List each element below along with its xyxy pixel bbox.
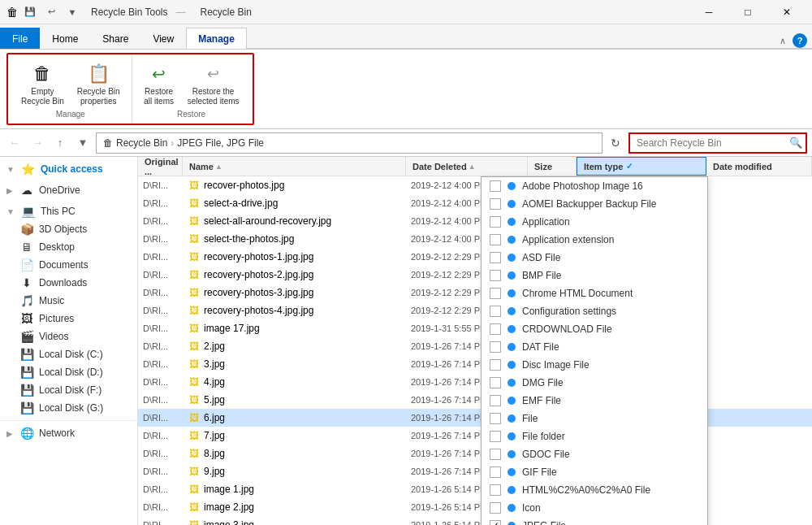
sidebar-item-videos[interactable]: 🎬 Videos: [0, 328, 137, 345]
tab-share[interactable]: Share: [90, 28, 140, 49]
dropdown-checkbox-dat-file[interactable]: [490, 341, 501, 353]
dropdown-checkbox-aomei-backup[interactable]: [490, 198, 501, 210]
dropdown-item-file[interactable]: File: [482, 410, 707, 427]
dropdown-checkbox-file-folder[interactable]: [490, 431, 501, 442]
table-row[interactable]: D\RI... 🖼 recovery-photos-3.jpg.jpg 2019…: [138, 284, 812, 302]
table-row[interactable]: D\RI... 🖼 7.jpg 2019-1-26 7:14 PM 30 KB …: [138, 427, 812, 445]
empty-recycle-bin-button[interactable]: 🗑 EmptyRecycle Bin: [16, 59, 69, 108]
sidebar-item-local-c[interactable]: 💾 Local Disk (C:): [0, 345, 137, 363]
dropdown-checkbox-icon[interactable]: [490, 502, 501, 514]
dropdown-item-dmg-file[interactable]: DMG File: [482, 374, 707, 392]
dropdown-checkbox-gdoc-file[interactable]: [490, 449, 501, 460]
table-row[interactable]: D\RI... 🖼 image 3.jpg 2019-1-26 5:14 PM …: [138, 516, 812, 525]
dropdown-checkbox-jpeg-file[interactable]: ✓: [490, 520, 501, 525]
dropdown-checkbox-application[interactable]: [490, 216, 501, 228]
col-header-modified[interactable]: Date modified: [706, 157, 812, 176]
sidebar-item-documents[interactable]: 📄 Documents: [0, 256, 137, 274]
dropdown-item-jpeg-file[interactable]: ✓ JPEG File: [482, 517, 707, 525]
table-row[interactable]: D\RI... 🖼 image 17.jpg 2019-1-31 5:55 PM…: [138, 319, 812, 337]
maximize-button[interactable]: □: [729, 0, 767, 24]
dropdown-checkbox-asd-file[interactable]: [490, 252, 501, 263]
table-row[interactable]: D\RI... 🖼 recovery-photos-2.jpg.jpg 2019…: [138, 266, 812, 284]
minimize-button[interactable]: ─: [690, 0, 728, 24]
table-row[interactable]: D\RI... 🖼 5.jpg 2019-1-26 7:14 PM 45 KB …: [138, 391, 812, 409]
tab-manage[interactable]: Manage: [186, 28, 247, 49]
dropdown-checkbox-file[interactable]: [490, 413, 501, 424]
table-row[interactable]: D\RI... 🖼 image 2.jpg 2019-1-26 5:14 PM …: [138, 498, 812, 516]
dropdown-checkbox-dmg-file[interactable]: [490, 377, 501, 388]
dropdown-checkbox-disc-image[interactable]: [490, 359, 501, 371]
dropdown-item-chrome-html[interactable]: Chrome HTML Document: [482, 284, 707, 302]
restore-selected-button[interactable]: ↩ Restore theselected items: [183, 59, 244, 108]
dropdown-item-icon[interactable]: Icon: [482, 499, 707, 517]
dropdown-checkbox-html-file[interactable]: [490, 484, 501, 496]
recent-button[interactable]: ▼: [73, 133, 93, 153]
table-row[interactable]: D\RI... 🖼 6.jpg 2019-1-26 7:14 PM 12 KB …: [138, 409, 812, 427]
dropdown-item-crdownload[interactable]: CRDOWNLOAD File: [482, 320, 707, 338]
sidebar-item-desktop[interactable]: 🖥 Desktop: [0, 238, 137, 256]
forward-button[interactable]: →: [28, 133, 47, 153]
dropdown-item-disc-image[interactable]: Disc Image File: [482, 356, 707, 374]
qa-undo-btn[interactable]: ↩: [42, 3, 60, 21]
sidebar-item-quick-access[interactable]: ▼ ⭐ Quick access: [0, 160, 137, 178]
sidebar-item-network[interactable]: ▶ 🌐 Network: [0, 424, 137, 442]
table-row[interactable]: D\RI... 🖼 recovery-photos-1.jpg.jpg 2019…: [138, 248, 812, 266]
sidebar-item-3d-objects[interactable]: 📦 3D Objects: [0, 220, 137, 238]
table-row[interactable]: D\RI... 🖼 9.jpg 2019-1-26 7:14 PM 46 KB …: [138, 462, 812, 480]
dropdown-checkbox-crdownload[interactable]: [490, 323, 501, 335]
sidebar-item-onedrive[interactable]: ▶ ☁ OneDrive: [0, 181, 137, 199]
table-row[interactable]: D\RI... 🖼 4.jpg 2019-1-26 7:14 PM 13 KB …: [138, 373, 812, 391]
dropdown-checkbox-adobe-photoshop[interactable]: [490, 180, 501, 192]
col-header-size[interactable]: Size: [528, 157, 577, 176]
dropdown-checkbox-config-settings[interactable]: [490, 306, 501, 317]
type-filter-dropdown[interactable]: Adobe Photoshop Image 16 AOMEI Backupper…: [481, 176, 708, 525]
dropdown-item-dat-file[interactable]: DAT File: [482, 338, 707, 356]
dropdown-checkbox-gif-file[interactable]: [490, 466, 501, 478]
dropdown-item-file-folder[interactable]: File folder: [482, 427, 707, 445]
dropdown-checkbox-app-extension[interactable]: [490, 234, 501, 245]
dropdown-item-app-extension[interactable]: Application extension: [482, 231, 707, 249]
col-header-date[interactable]: Date Deleted ▲: [406, 157, 528, 176]
tab-home[interactable]: Home: [40, 28, 90, 49]
dropdown-item-adobe-photoshop[interactable]: Adobe Photoshop Image 16: [482, 177, 707, 195]
tab-view[interactable]: View: [140, 28, 186, 49]
dropdown-item-aomei-backup[interactable]: AOMEI Backupper Backup File: [482, 195, 707, 213]
col-header-type[interactable]: Item type ✓: [577, 157, 706, 176]
dropdown-item-application[interactable]: Application: [482, 213, 707, 231]
col-header-name[interactable]: Name ▲: [183, 157, 406, 176]
table-row[interactable]: D\RI... 🖼 select-all-around-recovery.jpg…: [138, 212, 812, 230]
breadcrumb[interactable]: 🗑 Recycle Bin › JPEG File, JPG File: [96, 132, 603, 154]
search-input[interactable]: [628, 132, 807, 154]
sidebar-item-this-pc[interactable]: ▼ 💻 This PC: [0, 202, 137, 220]
qa-save-btn[interactable]: 💾: [21, 3, 39, 21]
sidebar-item-pictures[interactable]: 🖼 Pictures: [0, 310, 137, 328]
table-row[interactable]: D\RI... 🖼 select-a-drive.jpg 2019-2-12 4…: [138, 194, 812, 212]
dropdown-checkbox-chrome-html[interactable]: [490, 288, 501, 299]
dropdown-checkbox-emf-file[interactable]: [490, 395, 501, 406]
refresh-button[interactable]: ↻: [606, 133, 625, 153]
up-button[interactable]: ↑: [50, 133, 70, 153]
table-row[interactable]: D\RI... 🖼 recovery-photos-4.jpg.jpg 2019…: [138, 302, 812, 319]
dropdown-item-bmp-file[interactable]: BMP File: [482, 267, 707, 284]
table-row[interactable]: D\RI... 🖼 3.jpg 2019-1-26 7:14 PM 19 KB …: [138, 355, 812, 373]
sidebar-item-local-f[interactable]: 💾 Local Disk (F:): [0, 381, 137, 399]
dropdown-item-asd-file[interactable]: ASD File: [482, 249, 707, 267]
tab-file[interactable]: File: [0, 28, 40, 49]
table-row[interactable]: D\RI... 🖼 image 1.jpg 2019-1-26 5:14 PM …: [138, 480, 812, 498]
sidebar-item-local-d[interactable]: 💾 Local Disk (D:): [0, 363, 137, 381]
dropdown-item-gif-file[interactable]: GIF File: [482, 463, 707, 481]
dropdown-item-html-file[interactable]: HTML%C2%A0%C2%A0 File: [482, 481, 707, 499]
qa-dropdown-btn[interactable]: ▼: [63, 3, 81, 21]
sidebar-item-downloads[interactable]: ⬇ Downloads: [0, 274, 137, 292]
table-row[interactable]: D\RI... 🖼 2.jpg 2019-1-26 7:14 PM 40 KB …: [138, 337, 812, 355]
col-header-original[interactable]: Original ...: [138, 157, 183, 176]
dropdown-checkbox-bmp-file[interactable]: [490, 270, 501, 281]
recycle-bin-properties-button[interactable]: 📋 Recycle Binproperties: [72, 59, 125, 108]
dropdown-item-config-settings[interactable]: Configuration settings: [482, 302, 707, 320]
table-row[interactable]: D\RI... 🖼 8.jpg 2019-1-26 7:14 PM 44 KB …: [138, 445, 812, 462]
back-button[interactable]: ←: [5, 133, 24, 153]
sidebar-item-local-g[interactable]: 💾 Local Disk (G:): [0, 399, 137, 417]
table-row[interactable]: D\RI... 🖼 recover-photos.jpg 2019-2-12 4…: [138, 176, 812, 194]
table-row[interactable]: D\RI... 🖼 select-the-photos.jpg 2019-2-1…: [138, 230, 812, 248]
dropdown-item-gdoc-file[interactable]: GDOC File: [482, 445, 707, 463]
